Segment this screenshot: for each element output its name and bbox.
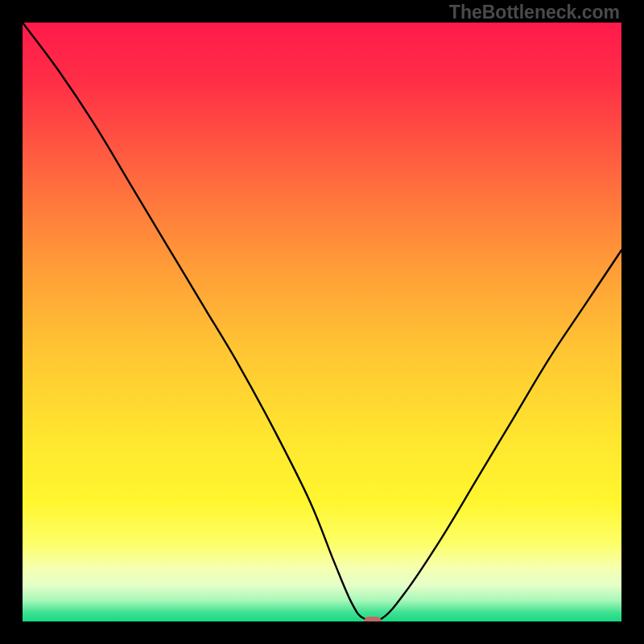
optimal-point-marker	[364, 617, 382, 621]
watermark-text: TheBottleneck.com	[449, 2, 620, 23]
plot-area	[23, 23, 621, 621]
chart-frame: TheBottleneck.com	[0, 0, 644, 644]
bottleneck-curve	[23, 23, 621, 621]
